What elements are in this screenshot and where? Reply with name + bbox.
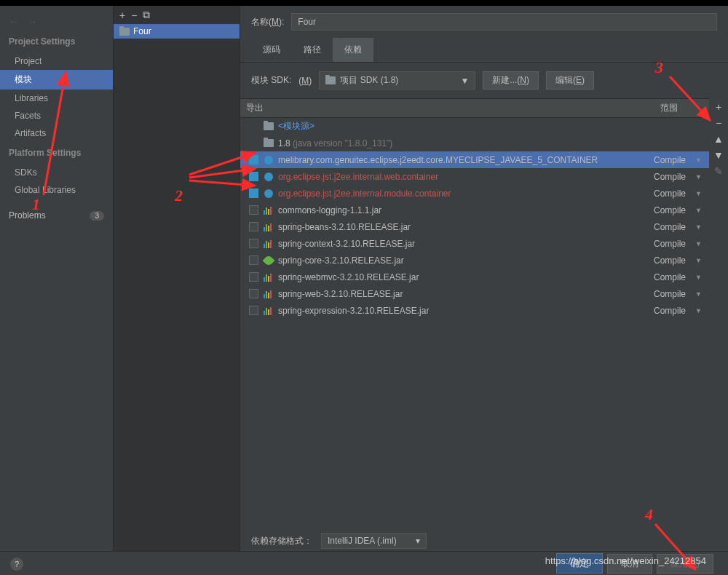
- edit-sdk-button[interactable]: 编辑(E): [546, 71, 594, 90]
- export-checkbox[interactable]: [249, 189, 258, 198]
- dep-name: spring-core-3.2.10.RELEASE.jar: [275, 255, 654, 266]
- dep-table-header: 导出 范围: [240, 98, 709, 118]
- sidebar-item-facets[interactable]: Facets: [0, 107, 113, 124]
- sidebar-item-modules[interactable]: 模块: [0, 70, 113, 90]
- sdk-label: 模块 SDK:: [251, 74, 291, 87]
- sidebar-item-artifacts[interactable]: Artifacts: [0, 124, 113, 142]
- chevron-down-icon: ▾: [416, 536, 420, 546]
- dep-row[interactable]: spring-core-3.2.10.RELEASE.jarCompile ▼: [240, 252, 709, 269]
- move-down-icon[interactable]: ▼: [713, 149, 724, 161]
- export-checkbox[interactable]: [249, 222, 258, 231]
- move-up-icon[interactable]: ▲: [713, 133, 724, 145]
- dep-scope[interactable]: Compile ▼: [654, 222, 705, 232]
- folder-icon: [119, 28, 130, 36]
- chevron-down-icon: ▼: [695, 207, 702, 214]
- sidebar-item-project[interactable]: Project: [0, 52, 113, 70]
- dep-name: <模块源>: [275, 120, 654, 132]
- dep-scope[interactable]: Compile ▼: [654, 306, 705, 316]
- dep-scope[interactable]: Compile ▼: [654, 239, 705, 249]
- dep-name: commons-logging-1.1.1.jar: [275, 205, 654, 215]
- globe-icon: [264, 156, 273, 164]
- right-panel: 名称(M): 源码 路径 依赖 模块 SDK: (M) 项目 SDK (1.8)…: [240, 6, 728, 559]
- watermark: https://blog.csdn.net/weixin_24212854: [545, 555, 706, 566]
- chevron-down-icon: ▼: [695, 223, 702, 231]
- library-icon: [264, 306, 274, 315]
- chevron-down-icon: ▼: [695, 240, 702, 247]
- library-icon: [264, 273, 274, 282]
- dep-row[interactable]: spring-context-3.2.10.RELEASE.jarCompile…: [240, 235, 709, 252]
- dep-name: spring-beans-3.2.10.RELEASE.jar: [275, 222, 654, 232]
- problems-label: Problems: [9, 210, 46, 221]
- dep-row[interactable]: org.eclipse.jst.j2ee.internal.web.contai…: [240, 168, 709, 185]
- dep-scope[interactable]: Compile ▼: [654, 289, 705, 299]
- module-name: Four: [133, 26, 151, 36]
- dep-row[interactable]: spring-beans-3.2.10.RELEASE.jarCompile ▼: [240, 218, 709, 235]
- dep-row[interactable]: 1.8 (java version "1.8.0_131"): [240, 135, 709, 151]
- sdk-select[interactable]: 项目 SDK (1.8) ▼: [319, 71, 475, 90]
- dep-scope[interactable]: Compile ▼: [654, 272, 705, 282]
- dep-row[interactable]: spring-webmvc-3.2.10.RELEASE.jarCompile …: [240, 269, 709, 285]
- dep-scope[interactable]: Compile ▼: [654, 205, 705, 215]
- module-item-four[interactable]: Four: [114, 24, 240, 39]
- leaf-icon: [263, 254, 275, 266]
- tab-dependencies[interactable]: 依赖: [333, 38, 373, 62]
- dep-name: melibrary.com.genuitec.eclipse.j2eedt.co…: [275, 155, 654, 165]
- dep-scope[interactable]: Compile ▼: [654, 255, 705, 266]
- dep-row[interactable]: org.eclipse.jst.j2ee.internal.module.con…: [240, 185, 709, 202]
- sidebar: ← → Project Settings Project 模块 Librarie…: [0, 6, 113, 559]
- remove-dep-icon[interactable]: −: [716, 117, 721, 129]
- chevron-down-icon: ▼: [460, 76, 469, 86]
- dep-row[interactable]: spring-web-3.2.10.RELEASE.jarCompile ▼: [240, 285, 709, 302]
- library-icon: [264, 290, 274, 298]
- remove-module-icon[interactable]: −: [131, 9, 137, 21]
- export-checkbox[interactable]: [249, 205, 258, 215]
- new-sdk-button[interactable]: 新建...(N): [483, 71, 539, 90]
- storage-format-select[interactable]: IntelliJ IDEA (.iml) ▾: [321, 533, 427, 549]
- folder-icon: [264, 139, 274, 147]
- export-checkbox[interactable]: [249, 172, 258, 181]
- module-name-input[interactable]: [291, 13, 717, 31]
- export-checkbox[interactable]: [249, 272, 258, 282]
- export-checkbox[interactable]: [249, 155, 258, 164]
- storage-format-label: 依赖存储格式：: [251, 535, 312, 547]
- project-settings-header: Project Settings: [0, 31, 113, 52]
- library-icon: [264, 206, 274, 215]
- copy-module-icon[interactable]: ⧉: [143, 9, 150, 21]
- sidebar-item-libraries[interactable]: Libraries: [0, 90, 113, 107]
- folder-icon: [264, 122, 274, 130]
- sidebar-item-problems[interactable]: Problems 3: [0, 205, 113, 226]
- chevron-down-icon: ▼: [695, 257, 702, 264]
- folder-icon: [325, 76, 336, 84]
- add-module-icon[interactable]: +: [119, 9, 125, 21]
- tab-source[interactable]: 源码: [251, 38, 292, 62]
- dep-scope[interactable]: Compile ▼: [654, 172, 705, 182]
- dep-row[interactable]: <模块源>: [240, 118, 709, 135]
- chevron-down-icon: ▼: [695, 307, 702, 314]
- export-checkbox[interactable]: [249, 255, 258, 265]
- dep-row[interactable]: melibrary.com.genuitec.eclipse.j2eedt.co…: [240, 151, 709, 168]
- chevron-down-icon: ▼: [695, 156, 702, 164]
- dep-name: org.eclipse.jst.j2ee.internal.module.con…: [275, 189, 654, 199]
- export-checkbox[interactable]: [249, 306, 258, 315]
- sidebar-item-sdks[interactable]: SDKs: [0, 164, 113, 181]
- name-label: 名称(M):: [251, 16, 284, 28]
- dep-name: spring-webmvc-3.2.10.RELEASE.jar: [275, 272, 654, 282]
- chevron-down-icon: ▼: [695, 190, 702, 197]
- sidebar-item-global-libraries[interactable]: Global Libraries: [0, 181, 113, 199]
- th-export: 导出: [240, 99, 277, 117]
- add-dep-icon[interactable]: +: [716, 101, 721, 113]
- dep-name: org.eclipse.jst.j2ee.internal.web.contai…: [275, 172, 654, 182]
- export-checkbox[interactable]: [249, 289, 258, 298]
- platform-settings-header: Platform Settings: [0, 142, 113, 164]
- dep-scope[interactable]: Compile ▼: [654, 189, 705, 199]
- problems-count: 3: [90, 211, 104, 221]
- dep-name: spring-context-3.2.10.RELEASE.jar: [275, 239, 654, 249]
- dep-row[interactable]: spring-expression-3.2.10.RELEASE.jarComp…: [240, 302, 709, 319]
- export-checkbox[interactable]: [249, 239, 258, 248]
- dep-name: spring-web-3.2.10.RELEASE.jar: [275, 289, 654, 299]
- dep-row[interactable]: commons-logging-1.1.1.jarCompile ▼: [240, 202, 709, 218]
- edit-dep-icon[interactable]: ✎: [714, 165, 723, 177]
- tab-paths[interactable]: 路径: [292, 38, 333, 62]
- dep-scope[interactable]: Compile ▼: [654, 155, 705, 165]
- help-icon[interactable]: ?: [10, 558, 23, 571]
